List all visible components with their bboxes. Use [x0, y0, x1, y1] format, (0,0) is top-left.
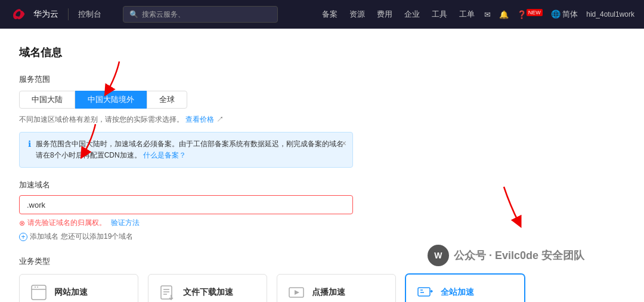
page-title: 域名信息	[19, 45, 625, 60]
help-icon[interactable]: ❓NEW	[517, 10, 543, 19]
new-badge: NEW	[527, 9, 543, 16]
svg-rect-2	[35, 286, 36, 288]
website-icon	[29, 283, 48, 302]
header-nav: 备案 资源 费用 企业 工具 工单	[322, 9, 475, 20]
add-domain-hint: + 添加域名 您还可以添加19个域名	[19, 232, 625, 242]
svg-rect-0	[32, 285, 46, 300]
info-box-text: 服务范围含中国大陆时，加速域名必须备案。由于工信部备案系统有数据延迟，刚完成备案…	[36, 138, 344, 161]
biz-card-fullsite-header: 全站加速	[416, 283, 515, 302]
user-name[interactable]: hid_4otul1work	[586, 10, 634, 19]
verify-method-link[interactable]: 验证方法	[111, 218, 140, 228]
biz-card-website[interactable]: 网站加速 适用于图片、小文件较多的网站，如门户网站、电商等。	[19, 274, 138, 302]
svg-rect-1	[32, 289, 46, 290]
domain-label: 加速域名	[19, 180, 625, 190]
logo-text: 华为云	[33, 9, 58, 20]
domain-input[interactable]	[19, 195, 353, 214]
domain-error: ⊗ 请先验证域名的归属权。 验证方法	[19, 218, 625, 228]
tab-china-mainland[interactable]: 中国大陆	[19, 91, 75, 109]
add-domain-label: 添加域名	[30, 232, 58, 242]
lang-switch[interactable]: 🌐 简体	[551, 9, 578, 20]
console-label[interactable]: 控制台	[78, 9, 101, 20]
biz-card-website-header: 网站加速	[29, 283, 128, 302]
service-range-label: 服务范围	[19, 74, 625, 85]
main-content: 域名信息 服务范围 中国大陆 中国大陆境外 全球 不同加速区域价格有差别，请按您…	[0, 29, 644, 302]
nav-cost[interactable]: 费用	[377, 9, 392, 20]
biz-cards: 网站加速 适用于图片、小文件较多的网站，如门户网站、电商等。 文件下载加速 适用…	[19, 274, 625, 302]
biz-card-download-header: 文件下载加速	[158, 283, 257, 302]
svg-marker-9	[295, 290, 299, 295]
biz-card-fullsite-title: 全站加速	[441, 287, 474, 298]
svg-rect-3	[37, 286, 38, 288]
biz-card-fullsite[interactable]: 全站加速 适用于动态请求及动/静态请求混合的场景，如在线考试、论坛博客等。	[405, 274, 525, 302]
search-placeholder: 搜索云服务、	[142, 10, 185, 20]
header-icons: ✉ 🔔 ❓NEW 🌐 简体 hid_4otul1work	[484, 9, 634, 20]
nav-enterprise[interactable]: 企业	[404, 9, 420, 20]
logo[interactable]: 华为云	[10, 8, 58, 20]
vod-icon	[287, 283, 306, 302]
biz-type-label: 业务类型	[19, 256, 625, 267]
add-domain-button[interactable]: +	[19, 233, 27, 241]
info-close-button[interactable]: ×	[342, 138, 346, 148]
biz-card-vod-title: 点播加速	[312, 287, 345, 298]
info-icon: ℹ	[28, 139, 31, 149]
search-icon: 🔍	[129, 10, 138, 19]
svg-rect-10	[418, 288, 430, 296]
search-bar[interactable]: 🔍 搜索云服务、	[123, 6, 278, 23]
biz-card-website-title: 网站加速	[54, 287, 88, 298]
add-domain-count: 您还可以添加19个域名	[61, 232, 133, 242]
hint-text: 不同加速区域价格有差别，请按您的实际需求选择。 查看价格 ↗	[19, 115, 625, 125]
tab-global[interactable]: 全球	[147, 91, 187, 109]
svg-rect-4	[161, 286, 172, 299]
nav-beian[interactable]: 备案	[322, 9, 338, 20]
biz-card-download[interactable]: 文件下载加速 适用于大文件下载加速，如App商店、游戏客户端下载等。	[148, 274, 267, 302]
biz-card-vod-header: 点播加速	[287, 283, 386, 302]
arrow-3-icon	[477, 184, 531, 232]
error-icon: ⊗	[19, 219, 25, 227]
tab-china-overseas[interactable]: 中国大陆境外	[75, 91, 147, 109]
view-price-link[interactable]: 查看价格	[185, 115, 214, 124]
beian-link[interactable]: 什么是备案？	[143, 151, 186, 159]
biz-card-vod[interactable]: 点播加速 适用于视频点播加速，如视频网站、在线教育网站等。	[277, 274, 396, 302]
nav-resources[interactable]: 资源	[349, 9, 365, 20]
nav-ticket[interactable]: 工单	[459, 9, 475, 20]
fullsite-icon	[416, 283, 435, 302]
info-box: ℹ 服务范围含中国大陆时，加速域名必须备案。由于工信部备案系统有数据延迟，刚完成…	[19, 132, 353, 168]
notification-icon[interactable]: 🔔	[499, 10, 509, 19]
download-icon	[158, 283, 177, 302]
message-icon[interactable]: ✉	[484, 10, 491, 19]
header: 华为云 控制台 🔍 搜索云服务、 备案 资源 费用 企业 工具 工单 ✉ 🔔 ❓…	[0, 0, 644, 29]
huawei-logo-icon	[10, 8, 29, 20]
nav-tools[interactable]: 工具	[432, 9, 447, 20]
domain-input-wrapper	[19, 195, 353, 214]
biz-card-download-title: 文件下载加速	[183, 287, 233, 298]
header-divider	[68, 8, 69, 20]
service-range-tabs: 中国大陆 中国大陆境外 全球	[19, 91, 625, 109]
